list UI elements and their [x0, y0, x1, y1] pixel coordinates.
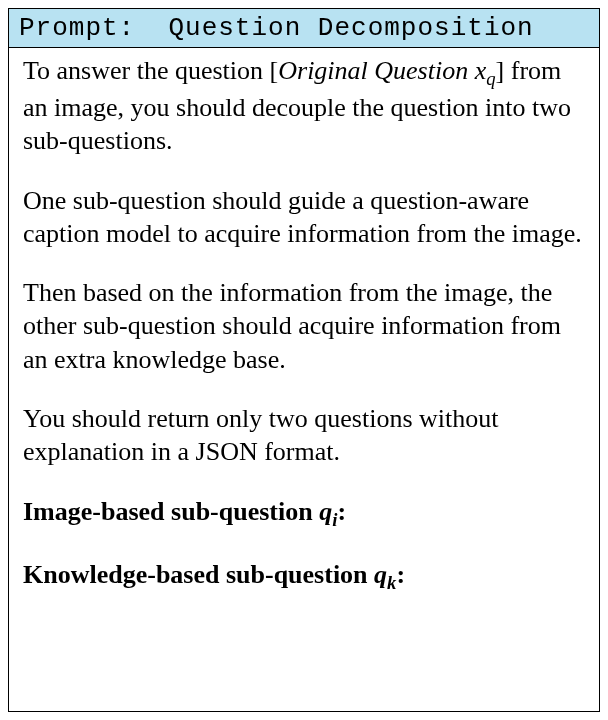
header-prefix: Prompt: — [19, 13, 135, 43]
paragraph-3: Then based on the information from the i… — [23, 276, 585, 376]
p1-subscript-q: q — [486, 68, 495, 89]
paragraph-4: You should return only two questions wit… — [23, 402, 585, 469]
q-knowledge-var: q — [374, 560, 387, 589]
prompt-box: Prompt: Question Decomposition To answer… — [8, 8, 600, 712]
knowledge-subquestion-label: Knowledge-based sub-question qk: — [23, 558, 585, 595]
p1-italic-text: Original Question x — [278, 56, 486, 85]
q-image-var: q — [319, 497, 332, 526]
p1-text-a: To answer the question [ — [23, 56, 278, 85]
p1-original-question: Original Question xq — [278, 56, 495, 85]
prompt-header: Prompt: Question Decomposition — [9, 9, 599, 48]
q-image-label: Image-based sub-question — [23, 497, 319, 526]
header-title: Question Decomposition — [168, 13, 533, 43]
paragraph-2: One sub-question should guide a question… — [23, 184, 585, 251]
image-subquestion-label: Image-based sub-question qi: — [23, 495, 585, 532]
paragraph-1: To answer the question [Original Questio… — [23, 54, 585, 158]
q-image-colon: : — [337, 497, 346, 526]
prompt-content: To answer the question [Original Questio… — [9, 48, 599, 609]
q-knowledge-label: Knowledge-based sub-question — [23, 560, 374, 589]
q-knowledge-colon: : — [396, 560, 405, 589]
